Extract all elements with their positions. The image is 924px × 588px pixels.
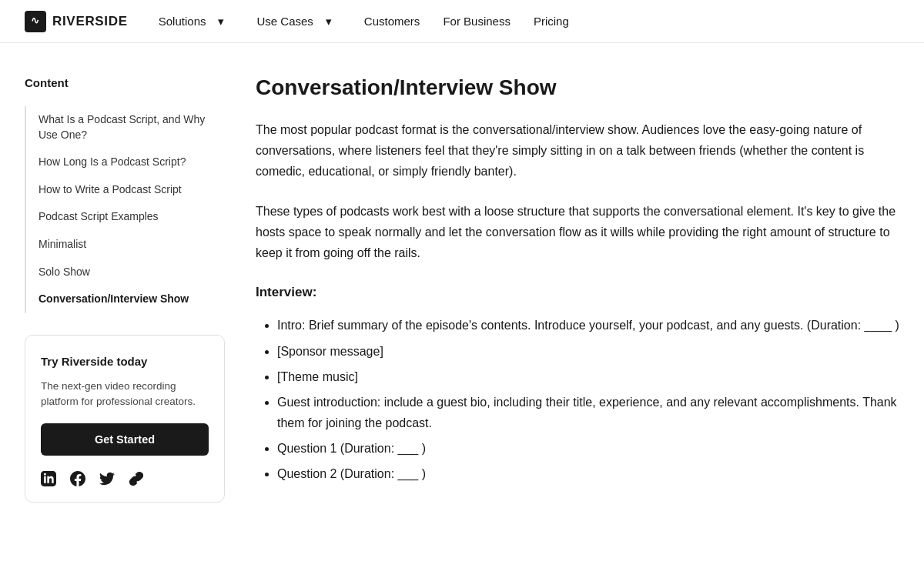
article-title: Conversation/Interview Show: [256, 74, 899, 101]
chevron-down-icon: ▾: [209, 8, 233, 35]
sidebar-nav-item[interactable]: How to Write a Podcast Script: [38, 182, 225, 198]
sidebar-nav-item[interactable]: How Long Is a Podcast Script?: [38, 155, 225, 170]
article-paragraph: These types of podcasts work best with a…: [256, 201, 899, 264]
nav-links: Solutions▾Use Cases▾CustomersFor Busines…: [149, 3, 578, 40]
list-item: Question 2 (Duration: ___ ): [277, 463, 899, 484]
list-item: [Sponsor message]: [277, 341, 899, 362]
get-started-button[interactable]: Get Started: [41, 423, 209, 456]
social-links: [41, 471, 209, 486]
nav-link-customers[interactable]: Customers: [355, 8, 430, 35]
promo-card-title: Try Riverside today: [41, 352, 209, 371]
nav-link-use-cases[interactable]: Use Cases▾: [247, 3, 350, 40]
logo-icon: ∿: [25, 11, 46, 32]
list-item: Question 1 (Duration: ___ ): [277, 438, 899, 459]
sidebar-nav-item[interactable]: Podcast Script Examples: [38, 209, 225, 225]
sidebar: Content What Is a Podcast Script, and Wh…: [25, 74, 225, 503]
promo-card: Try Riverside today The next-gen video r…: [25, 335, 225, 503]
sidebar-nav-item[interactable]: Conversation/Interview Show: [38, 292, 225, 307]
list-item: Guest introduction: include a guest bio,…: [277, 392, 899, 433]
sidebar-nav-item[interactable]: Solo Show: [38, 265, 225, 280]
sidebar-nav-item[interactable]: Minimalist: [38, 237, 225, 252]
list-item: [Theme music]: [277, 366, 899, 387]
article-paragraph: The most popular podcast format is the c…: [256, 119, 899, 182]
main-content: Conversation/Interview Show The most pop…: [256, 74, 899, 503]
bullet-list: Intro: Brief summary of the episode's co…: [256, 315, 899, 484]
sidebar-nav-item[interactable]: What Is a Podcast Script, and Why Use On…: [38, 112, 225, 142]
navbar: ∿ RIVERSIDE Solutions▾Use Cases▾Customer…: [0, 0, 924, 43]
page-layout: Content What Is a Podcast Script, and Wh…: [0, 43, 924, 533]
nav-link-for-business[interactable]: For Business: [434, 8, 520, 35]
sidebar-content-label: Content: [25, 74, 225, 92]
sidebar-scroll-container: What Is a Podcast Script, and Why Use On…: [25, 106, 225, 335]
nav-link-solutions[interactable]: Solutions▾: [149, 3, 243, 40]
nav-link-pricing[interactable]: Pricing: [524, 8, 578, 35]
interview-heading: Interview:: [256, 282, 899, 302]
logo[interactable]: ∿ RIVERSIDE: [25, 11, 128, 32]
facebook-icon[interactable]: [70, 471, 85, 486]
linkedin-icon[interactable]: [41, 471, 56, 486]
link-icon[interactable]: [129, 471, 144, 486]
twitter-icon[interactable]: [99, 471, 115, 486]
promo-card-description: The next-gen video recording platform fo…: [41, 379, 209, 410]
logo-text: RIVERSIDE: [52, 11, 128, 32]
chevron-down-icon: ▾: [316, 8, 341, 35]
list-item: Intro: Brief summary of the episode's co…: [277, 315, 899, 336]
sidebar-nav: What Is a Podcast Script, and Why Use On…: [25, 106, 225, 313]
